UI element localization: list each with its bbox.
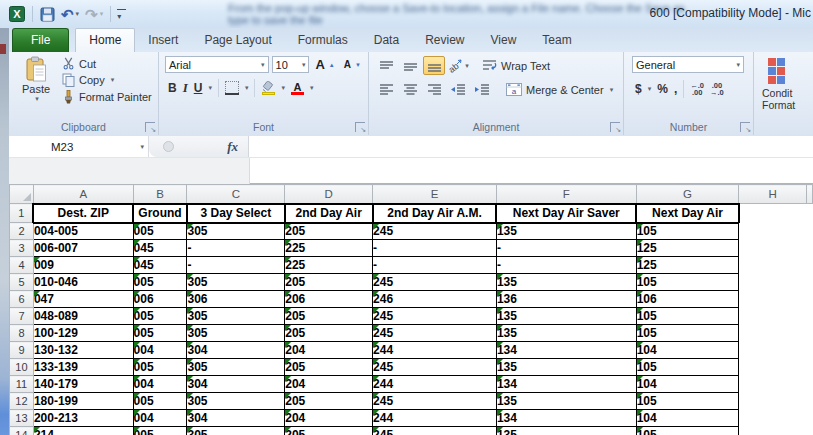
cell-B7[interactable]: 005 <box>133 308 187 325</box>
cell-B1[interactable]: Ground <box>133 204 187 223</box>
comma-style-button[interactable]: , <box>671 81 680 97</box>
cell-E11[interactable]: 244 <box>373 376 497 393</box>
chevron-down-icon[interactable]: ▾ <box>281 84 285 92</box>
column-header-overflow[interactable] <box>806 185 812 204</box>
cell-F6[interactable]: 136 <box>496 291 636 308</box>
column-header-C[interactable]: C <box>187 185 285 204</box>
cell-F1[interactable]: Next Day Air Saver <box>496 204 636 223</box>
cell-D8[interactable]: 205 <box>285 325 373 342</box>
cell-D13[interactable]: 204 <box>285 410 373 427</box>
chevron-down-icon[interactable]: ▾ <box>140 143 144 151</box>
cell-E9[interactable]: 244 <box>373 342 497 359</box>
chevron-down-icon[interactable]: ▾ <box>35 95 39 103</box>
merge-center-button[interactable]: a Merge & Center ▾ <box>503 82 616 97</box>
cell-G7[interactable]: 105 <box>636 308 739 325</box>
tab-insert[interactable]: Insert <box>135 29 191 52</box>
tab-home[interactable]: Home <box>75 28 135 52</box>
cell-A10[interactable]: 133-139 <box>33 359 133 376</box>
cell-B4[interactable]: 045 <box>133 257 187 274</box>
underline-button[interactable]: U▾ <box>191 80 215 96</box>
cut-button[interactable]: Cut <box>59 56 155 71</box>
cell-E12[interactable]: 245 <box>373 393 497 410</box>
cell-C4[interactable]: - <box>187 257 285 274</box>
tab-data[interactable]: Data <box>361 29 412 52</box>
chevron-down-icon[interactable]: ▾ <box>648 85 652 93</box>
row-header-8[interactable]: 8 <box>10 325 34 342</box>
cell-E7[interactable]: 245 <box>373 308 497 325</box>
cell-E6[interactable]: 246 <box>373 291 497 308</box>
cell-A9[interactable]: 130-132 <box>33 342 133 359</box>
column-header-F[interactable]: F <box>496 185 636 204</box>
cell-G5[interactable]: 105 <box>636 274 739 291</box>
cell-C6[interactable]: 306 <box>187 291 285 308</box>
cell-B10[interactable]: 005 <box>133 359 187 376</box>
cell-A7[interactable]: 048-089 <box>33 308 133 325</box>
cell-B5[interactable]: 005 <box>133 274 187 291</box>
undo-button[interactable]: ↶▾ <box>60 4 80 24</box>
cell-D12[interactable]: 205 <box>285 393 373 410</box>
row-header-12[interactable]: 12 <box>10 393 34 410</box>
formula-input-line2[interactable] <box>250 158 813 184</box>
cell-E4[interactable]: - <box>373 257 497 274</box>
cell-A3[interactable]: 006-007 <box>33 240 133 257</box>
orientation-button[interactable]: ab ▾ <box>447 56 469 75</box>
cell-F5[interactable]: 135 <box>496 274 636 291</box>
tab-view[interactable]: View <box>478 29 530 52</box>
redo-button[interactable]: ↷▾ <box>84 4 104 24</box>
chevron-down-icon[interactable]: ▾ <box>465 62 469 70</box>
top-align-button[interactable] <box>375 56 397 75</box>
cell-G6[interactable]: 106 <box>636 291 739 308</box>
select-all-button[interactable] <box>10 185 34 204</box>
font-name-combobox[interactable]: Arial ▾ <box>165 56 269 73</box>
cell-G10[interactable]: 105 <box>636 359 739 376</box>
cell-C1[interactable]: 3 Day Select <box>187 204 285 223</box>
tab-file[interactable]: File <box>12 28 69 52</box>
cell-C11[interactable]: 304 <box>187 376 285 393</box>
wrap-text-button[interactable]: Wrap Text <box>479 58 553 73</box>
bold-button[interactable]: B <box>165 80 180 96</box>
column-header-B[interactable]: B <box>133 185 187 204</box>
cell-F9[interactable]: 134 <box>496 342 636 359</box>
cell-G13[interactable]: 104 <box>636 410 739 427</box>
cell-E1[interactable]: 2nd Day Air A.M. <box>373 204 497 223</box>
cell-F3[interactable]: - <box>496 240 636 257</box>
cell-A8[interactable]: 100-129 <box>33 325 133 342</box>
decrease-decimal-button[interactable]: .00→.0 <box>707 81 727 98</box>
cell-D4[interactable]: 225 <box>285 257 373 274</box>
cell-D10[interactable]: 205 <box>285 359 373 376</box>
cell-A14[interactable]: 214 <box>33 427 133 435</box>
cell-F8[interactable]: 135 <box>496 325 636 342</box>
cell-B8[interactable]: 005 <box>133 325 187 342</box>
cell-D5[interactable]: 205 <box>285 274 373 291</box>
cell-E3[interactable]: - <box>373 240 497 257</box>
cell-D3[interactable]: 225 <box>285 240 373 257</box>
chevron-down-icon[interactable]: ▾ <box>736 61 740 69</box>
cell-A1[interactable]: Dest. ZIP <box>33 204 133 223</box>
cell-F10[interactable]: 135 <box>496 359 636 376</box>
cell-B2[interactable]: 005 <box>133 223 187 240</box>
cell-G12[interactable]: 105 <box>636 393 739 410</box>
row-header-9[interactable]: 9 <box>10 342 34 359</box>
cell-D1[interactable]: 2nd Day Air <box>285 204 373 223</box>
column-header-A[interactable]: A <box>33 185 133 204</box>
cell-F7[interactable]: 135 <box>496 308 636 325</box>
cell-B3[interactable]: 045 <box>133 240 187 257</box>
cell-D9[interactable]: 204 <box>285 342 373 359</box>
middle-align-button[interactable] <box>399 56 421 75</box>
cell-H5[interactable] <box>739 274 807 291</box>
cell-C9[interactable]: 304 <box>187 342 285 359</box>
font-color-button[interactable]: A ▾ <box>288 81 317 96</box>
name-box[interactable]: M23 ▾ <box>9 136 149 157</box>
tab-page-layout[interactable]: Page Layout <box>191 29 284 52</box>
cell-E2[interactable]: 245 <box>373 223 497 240</box>
increase-indent-button[interactable] <box>471 80 493 99</box>
cell-H7[interactable] <box>739 308 807 325</box>
cell-H3[interactable] <box>739 240 807 257</box>
cell-G4[interactable]: 125 <box>636 257 739 274</box>
cell-D2[interactable]: 205 <box>285 223 373 240</box>
increase-decimal-button[interactable]: ←.0.00 <box>687 81 707 98</box>
cell-H10[interactable] <box>739 359 807 376</box>
shrink-font-button[interactable]: A▼ <box>341 58 364 71</box>
save-button[interactable] <box>39 4 56 24</box>
clipboard-dialog-launcher[interactable] <box>145 122 155 132</box>
